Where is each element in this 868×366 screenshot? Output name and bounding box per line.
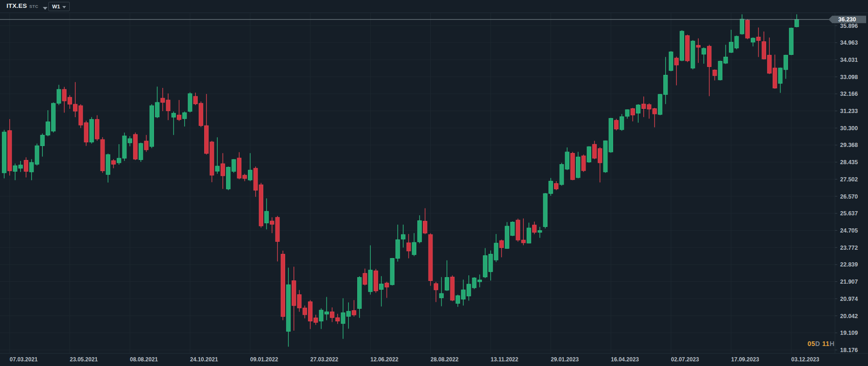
price-axis-label: 20.042 <box>840 313 858 319</box>
candle-body <box>686 35 690 60</box>
candle-body <box>57 89 61 103</box>
candle-body <box>538 231 542 233</box>
candle-body <box>472 278 476 288</box>
candle-body <box>587 146 591 162</box>
candle-body <box>341 313 345 323</box>
date-axis-label: 29.01.2023 <box>551 356 579 363</box>
candle <box>122 133 127 161</box>
candle-body <box>751 38 755 42</box>
candle <box>505 222 509 249</box>
candle-body <box>68 97 72 104</box>
candle-body <box>396 240 400 258</box>
date-axis-label: 16.04.2023 <box>611 356 639 363</box>
candle-body <box>325 312 329 314</box>
candle-body <box>292 281 296 306</box>
candle-body <box>740 19 744 34</box>
candle-body <box>620 117 624 130</box>
candle <box>428 233 433 286</box>
candle-body <box>440 293 444 298</box>
date-axis-label: 23.05.2021 <box>70 356 98 363</box>
candle-body <box>664 75 668 95</box>
candle <box>686 35 690 62</box>
symbol-selector[interactable]: ITX.ES STC <box>7 2 47 9</box>
candle-body <box>423 221 427 233</box>
candle <box>691 40 695 69</box>
price-axis-label: 34.031 <box>840 57 858 63</box>
candle <box>734 35 739 49</box>
candle-body <box>461 290 466 299</box>
candle <box>232 159 236 173</box>
candle <box>587 146 591 163</box>
candle-body <box>642 104 646 109</box>
candle-body <box>150 106 154 146</box>
candle-body <box>243 175 247 179</box>
candle <box>614 119 619 131</box>
date-axis-label: 17.09.2023 <box>731 356 759 363</box>
candle-body <box>40 135 45 146</box>
candle-body <box>117 158 121 163</box>
countdown-days-unit: D <box>815 340 821 347</box>
candle <box>35 144 39 166</box>
candle-body <box>336 318 340 321</box>
candle-body <box>708 46 712 67</box>
candle <box>450 275 454 301</box>
date-axis-label: 09.01.2022 <box>250 356 278 363</box>
candle <box>472 277 476 289</box>
candle-body <box>297 294 301 308</box>
candle-body <box>46 122 50 135</box>
candle-body <box>691 41 695 68</box>
date-axis-label: 12.06.2022 <box>370 356 398 363</box>
candle-body <box>428 234 433 280</box>
candle-body <box>177 115 181 120</box>
candle-body <box>128 139 132 143</box>
candle <box>2 130 7 178</box>
candle-body <box>380 284 384 290</box>
candle <box>543 193 548 228</box>
candle-body <box>330 312 334 318</box>
candle-body <box>549 181 553 193</box>
candle-body <box>95 120 100 139</box>
candle-body <box>636 105 641 113</box>
candle-body <box>576 157 581 177</box>
candle <box>52 102 56 133</box>
symbol-type-badge: STC <box>29 4 39 9</box>
candle-body <box>183 113 187 119</box>
candle-body <box>543 193 548 226</box>
candle-body <box>598 148 602 163</box>
candle-body <box>24 160 28 172</box>
candle <box>199 101 203 127</box>
candle <box>680 30 684 61</box>
candle-body <box>653 109 657 114</box>
date-axis-label: 13.11.2022 <box>491 356 519 363</box>
candle-body <box>194 96 198 104</box>
candle <box>603 140 608 173</box>
candle-body <box>144 141 148 150</box>
candle-body <box>631 109 635 115</box>
candle-body <box>511 222 515 236</box>
price-axis-label: 25.637 <box>840 210 858 217</box>
candle-body <box>227 167 231 189</box>
candle-body <box>112 160 116 164</box>
candle-body <box>161 98 165 102</box>
timeframe-selector[interactable]: W1 <box>48 2 70 11</box>
candle-body <box>756 37 761 40</box>
chevron-down-icon <box>43 7 47 10</box>
candle-body <box>784 55 788 70</box>
price-axis-label: 22.839 <box>840 261 858 268</box>
candle-body <box>554 184 559 189</box>
date-axis-label: 27.03.2022 <box>310 356 338 363</box>
candle-body <box>106 154 110 174</box>
price-axis-label: 31.233 <box>840 108 858 114</box>
price-axis-label: 29.368 <box>840 142 858 148</box>
candle-body <box>614 120 619 129</box>
candle-body <box>62 89 67 101</box>
price-axis-label: 27.502 <box>840 176 858 183</box>
candle <box>150 104 154 148</box>
candle-body <box>390 259 394 285</box>
candle <box>84 121 88 146</box>
candlestick-chart[interactable]: 35.89634.96334.03133.09832.16631.23330.3… <box>0 0 868 366</box>
candle-body <box>674 58 679 65</box>
candle-body <box>259 185 263 226</box>
price-axis-label: 18.176 <box>840 347 858 353</box>
candle-body <box>275 217 280 241</box>
